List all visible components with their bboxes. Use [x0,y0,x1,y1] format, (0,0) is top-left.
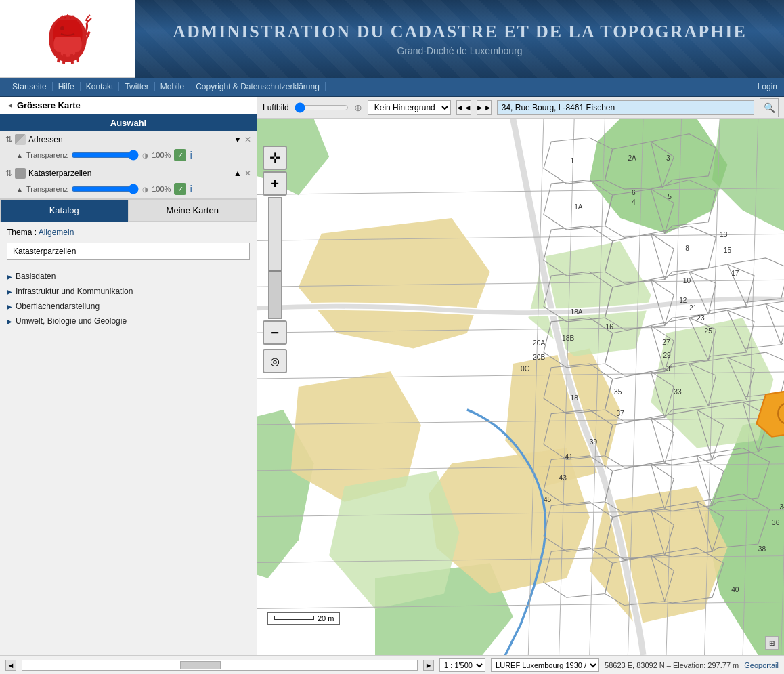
nav-copyright[interactable]: Copyright & Datenschutzerklärung [190,82,326,91]
tree-arrow-basisdaten: ▶ [7,273,12,280]
locate-btn[interactable]: ◎ [263,349,287,373]
layer-adressen-move-icon: ⇅ [5,135,12,144]
transparency-check-kataster[interactable]: ✓ [174,183,186,195]
luxembourg-lion-logo [41,8,95,69]
svg-text:4: 4 [632,198,636,206]
tree-arrow-oberflaeche: ▶ [7,303,12,310]
tree-list: ▶ Basisdaten ▶ Infrastruktur und Kommuni… [0,266,257,332]
svg-text:18B: 18B [562,335,574,342]
crs-select[interactable]: LUREF Luxembourg 1930 / WGS84 [491,658,599,672]
transparency-info-kataster[interactable]: i [190,184,192,194]
transparency-slider-kataster[interactable] [71,184,139,194]
geoportail-link[interactable]: Geoportail [744,661,779,669]
zoom-in-btn[interactable]: + [263,171,287,196]
background-select[interactable]: Kein Hintergrund OpenStreetMap [368,100,451,115]
svg-text:18: 18 [571,394,579,402]
svg-text:15: 15 [724,247,732,254]
nav-hilfe[interactable]: Hilfe [53,82,81,91]
layer-adressen-icon [15,134,26,145]
luftbild-slider[interactable] [295,102,349,113]
thema-value-link[interactable]: Allgemein [39,228,74,237]
address-search-input[interactable] [497,100,754,115]
scroll-right-btn[interactable]: ► [423,660,434,671]
svg-text:39: 39 [590,438,598,446]
nav-kontakt[interactable]: Kontakt [81,82,120,91]
logo-area [0,1,135,76]
tree-label-infrastruktur: Infrastruktur und Kommunikation [16,287,133,296]
layer-adressen-up-arrow: ▲ [16,152,23,159]
scale-bar: 20 m [267,612,340,625]
groessere-karte-collapse-icon: ◄ [7,102,14,109]
zoom-bar-fill [269,198,281,270]
thema-label: Thema : [7,228,37,237]
nav-mobile[interactable]: Mobile [155,82,190,91]
status-bar: ◄ ► 1 : 500 1 : 1'000 1 : 1'500 1 : 2'00… [0,655,784,674]
svg-text:25: 25 [705,327,713,335]
svg-text:40: 40 [731,586,739,593]
address-search-button[interactable]: 🔍 [760,98,779,117]
tree-item-basisdaten[interactable]: ▶ Basisdaten [7,269,250,284]
scale-select[interactable]: 1 : 500 1 : 1'000 1 : 1'500 1 : 2'000 1 … [439,658,485,672]
tab-meine-karten[interactable]: Meine Karten [129,199,257,222]
zoom-indicator [269,270,281,272]
layer-adressen-delete-btn[interactable]: ✕ [244,135,251,144]
map-svg: 34 1 2A 3 1A 4 5 6 8 13 15 17 10 12 [257,119,784,655]
layer-kataster-delete-btn[interactable]: ✕ [244,169,251,178]
nav-next-btn[interactable]: ►► [477,100,492,115]
svg-text:18A: 18A [571,308,583,316]
svg-text:21: 21 [689,304,697,312]
svg-text:36: 36 [772,519,780,526]
tree-arrow-umwelt: ▶ [7,318,12,325]
scroll-thumb[interactable] [180,661,221,669]
pan-control[interactable]: ✛ [263,146,287,170]
map-expand-btn[interactable]: ⊞ [765,636,779,650]
svg-text:6: 6 [632,189,636,196]
nav-startseite[interactable]: Startseite [7,82,53,91]
zoom-level-bar [268,197,282,319]
groessere-karte-bar: ◄ Grössere Karte [0,97,257,114]
tabs-row: Katalog Meine Karten [0,199,257,222]
layer-adressen-container: ⇅ Adressen ▼ ✕ ▲ Transparenz ◑ 100% ✓ i [0,131,257,165]
nav-twitter[interactable]: Twitter [119,82,154,91]
transparency-slider-adressen[interactable] [71,150,139,161]
layer-kataster-name: Katasterparzellen [28,169,231,178]
login-button[interactable]: Login [758,82,777,91]
svg-text:16: 16 [606,323,614,331]
svg-text:3: 3 [666,154,670,162]
tree-arrow-infrastruktur: ▶ [7,288,12,295]
map-area[interactable]: Luftbild ⊕ Kein Hintergrund OpenStreetMa… [257,97,784,655]
tree-item-infrastruktur[interactable]: ▶ Infrastruktur und Kommunikation [7,284,250,299]
svg-text:34C: 34C [779,503,784,511]
tree-item-oberflaeche[interactable]: ▶ Oberflächendarstellung [7,299,250,314]
svg-text:27: 27 [662,339,670,346]
svg-text:8: 8 [685,245,689,252]
zoom-out-btn[interactable]: − [263,320,287,345]
layer-kataster-icon [15,168,26,179]
nav-prev-btn[interactable]: ◄◄ [456,100,471,115]
tree-label-basisdaten: Basisdaten [16,272,56,281]
luftbild-label: Luftbild [263,103,289,112]
tab-katalog[interactable]: Katalog [0,199,129,222]
layer-kataster-move-icon: ⇅ [5,169,12,178]
layer-kataster-transparency-row: ▲ Transparenz ◑ 100% ✓ i [0,182,257,198]
scale-bar-inner: 20 m [267,612,340,625]
layer-kataster-upload-btn[interactable]: ▲ [234,169,242,178]
scroll-left-btn[interactable]: ◄ [5,660,16,671]
transparency-check-adressen[interactable]: ✓ [174,149,186,161]
scale-line [274,616,314,620]
transparency-info-adressen[interactable]: i [190,150,192,161]
thema-row: Thema : Allgemein [0,222,257,243]
auswahl-header: Auswahl [0,114,257,131]
svg-text:43: 43 [559,474,567,482]
layer-adressen-download-btn[interactable]: ▼ [234,135,242,144]
svg-text:41: 41 [565,453,573,461]
scroll-bar[interactable] [22,660,418,671]
map-canvas[interactable]: 34 1 2A 3 1A 4 5 6 8 13 15 17 10 12 [257,119,784,655]
layer-adressen-name: Adressen [28,135,231,144]
tree-item-umwelt[interactable]: ▶ Umwelt, Biologie und Geologie [7,314,250,329]
svg-text:5: 5 [668,193,672,201]
transparency-icon-adressen: ◑ [142,152,148,159]
left-panel: ◄ Grössere Karte Auswahl ⇅ Adressen ▼ ✕ … [0,97,257,655]
layer-search-input[interactable] [7,243,250,260]
svg-text:35: 35 [614,388,622,396]
